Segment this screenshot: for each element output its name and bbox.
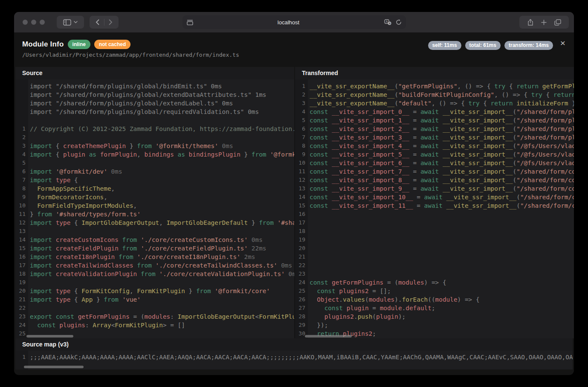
sidebar-toggle-button[interactable] (57, 16, 84, 29)
reload-icon[interactable] (396, 19, 402, 25)
code-line: 3__vite_ssr_exportName__("default", () =… (295, 99, 574, 108)
close-window-button[interactable] (23, 20, 28, 25)
code-line: 13 (15, 227, 294, 236)
screen: localhost A ✦ (0, 0, 588, 387)
metric-pill: transform: 14ms (504, 41, 553, 50)
code-line: 1__vite_ssr_exportName__("getFormPlugins… (295, 82, 574, 90)
code-line: 22 (15, 304, 294, 312)
close-button[interactable]: × (558, 38, 568, 48)
code-line: 11const __vite_ssr_import_7__ = await __… (295, 167, 574, 176)
code-line: 17 (295, 218, 574, 227)
code-line: 18import createValidationPlugin from './… (15, 270, 294, 278)
code-line: 20 (295, 244, 574, 253)
code-line: 16import createI18nPlugin from './core/c… (15, 253, 294, 261)
nav-buttons (90, 16, 119, 29)
source-horizontal-scrollbar[interactable] (26, 335, 73, 338)
code-line: 7import type { (15, 176, 294, 184)
zoom-window-button[interactable] (40, 20, 45, 25)
code-line: 12const __vite_ssr_import_8__ = await __… (295, 176, 574, 184)
transformed-code-area: 1__vite_ssr_exportName__("getFormPlugins… (295, 79, 574, 338)
metric-pill: self: 11ms (428, 41, 461, 50)
badges: inlinenot cached (68, 40, 131, 49)
chevron-down-icon (74, 21, 78, 23)
forward-button[interactable] (104, 19, 117, 25)
url-field[interactable]: localhost A ✦ (182, 15, 406, 29)
transformed-horizontal-scrollbar[interactable] (305, 335, 352, 338)
sourcemap-code-area: 1;;;AAEA;AAAkC;AAAA;AAAA;AAAA;AAClC;AAEA… (15, 351, 573, 370)
code-line: 14import createCustomIcons from './core/… (15, 236, 294, 244)
new-tab-icon[interactable] (541, 20, 547, 25)
code-line: import "/shared/form/plugins/global/exte… (15, 99, 294, 108)
sourcemap-panel-title: Source map (v3) (15, 338, 573, 351)
translate-icon[interactable]: A ✦ (384, 19, 391, 25)
status-badge: inline (68, 40, 90, 49)
minimize-window-button[interactable] (31, 20, 36, 25)
page-title: Module Info (22, 40, 64, 49)
code-line: 5 (15, 159, 294, 167)
code-line: 6const __vite_ssr_import_2__ = await __v… (295, 125, 574, 133)
code-line: 2 (15, 133, 294, 142)
status-badge: not cached (94, 40, 130, 49)
source-panel: Source import "/shared/form/plugins/glob… (15, 67, 294, 338)
code-line: 9const __vite_ssr_import_5__ = await __v… (295, 150, 574, 159)
code-line: 8const __vite_ssr_import_4__ = await __v… (295, 142, 574, 150)
code-line: import "/shared/form/plugins/global/requ… (15, 108, 294, 116)
source-panel-title: Source (15, 67, 294, 80)
back-button[interactable] (91, 19, 104, 25)
chevron-left-icon (96, 19, 99, 25)
code-line: 3import { createThemePlugin } from '@for… (15, 142, 294, 150)
code-line: 13const __vite_ssr_import_9__ = await __… (295, 184, 574, 193)
browser-window: localhost A ✦ (14, 12, 574, 375)
code-line: 19 (295, 236, 574, 244)
url-text: localhost (193, 19, 384, 26)
code-line: 26 Object.values(modules).forEach((modul… (295, 295, 574, 304)
code-line: 8 FormAppSpecificTheme, (15, 184, 294, 193)
code-line: 17import createTailwindClasses from './c… (15, 261, 294, 270)
code-line: 25 const plugins2 = []; (295, 287, 574, 295)
code-line: 21import type { App } from 'vue' (15, 295, 294, 304)
code-line: 16 (295, 210, 574, 218)
toolbar-right-buttons (519, 16, 569, 29)
sidebar-icon (63, 19, 71, 26)
tab-overview-icon[interactable] (554, 19, 561, 26)
code-line: 21 (295, 253, 574, 261)
code-line: 11} from '#shared/types/form.ts' (15, 210, 294, 218)
code-line: 23export const getFormPlugins = (modules… (15, 312, 294, 321)
code-line: 4import { plugin as formPlugin, bindings… (15, 150, 294, 159)
source-code-area: import "/shared/form/plugins/global/bind… (15, 79, 294, 338)
svg-text:✦: ✦ (388, 22, 391, 25)
code-line: 27 const plugin = module.default; (295, 304, 574, 312)
code-line: 18 (295, 227, 574, 236)
code-line: 24const getFormPlugins = (modules) => { (295, 278, 574, 287)
code-line: 1// Copyright (C) 2012-2025 Zammad Found… (15, 125, 294, 133)
code-line: 28 plugins2.push(plugin); (295, 312, 574, 321)
metric-pill: total: 61ms (465, 41, 501, 50)
share-icon[interactable] (527, 19, 533, 26)
code-line: 15import createFieldPlugin from './core/… (15, 244, 294, 253)
sourcemap-panel: Source map (v3) 1;;;AAEA;AAAkC;AAAA;AAAA… (15, 338, 573, 370)
code-line: 24 const plugins: Array<FormKitPlugin> =… (15, 321, 294, 329)
code-line: 29 }); (295, 321, 574, 329)
code-line: 23 (295, 270, 574, 278)
reader-icon[interactable] (187, 20, 193, 25)
browser-toolbar: localhost A ✦ (14, 12, 574, 33)
code-line: 15const __vite_ssr_import_11__ = await _… (295, 201, 574, 210)
traffic-lights (23, 20, 45, 25)
code-line: 4const __vite_ssr_import_0__ = await __v… (295, 108, 574, 116)
code-line: 10 FormFieldTypeImportModules, (15, 201, 294, 210)
module-path: /Users/vladimir/Projects/zammad/app/fron… (22, 52, 239, 58)
code-line: 2__vite_ssr_exportName__("buildFormKitPl… (295, 90, 574, 99)
code-line: 19 (15, 278, 294, 287)
code-line (15, 116, 294, 125)
code-line: 1;;;AAEA;AAAkC;AAAA;AAAA;AAAA;AAClC;AAEA… (15, 353, 573, 361)
module-info-header: Module Info inlinenot cached self: 11mst… (14, 32, 574, 67)
code-line: import "/shared/form/plugins/global/bind… (15, 82, 294, 90)
code-line: 6import '@formkit/dev' 0ms (15, 167, 294, 176)
code-line: 20import type { FormKitConfig, FormKitPl… (15, 287, 294, 295)
sourcemap-horizontal-scrollbar[interactable] (24, 366, 84, 368)
transformed-panel-title: Transformed (295, 67, 574, 80)
code-line: 9 FormDecoratorIcons, (15, 193, 294, 201)
code-line: 12import type { ImportGlobEagerOutput, I… (15, 218, 294, 227)
code-line: 14const __vite_ssr_import_10__ = await _… (295, 193, 574, 201)
code-line: 5const __vite_ssr_import_1__ = await __v… (295, 116, 574, 125)
